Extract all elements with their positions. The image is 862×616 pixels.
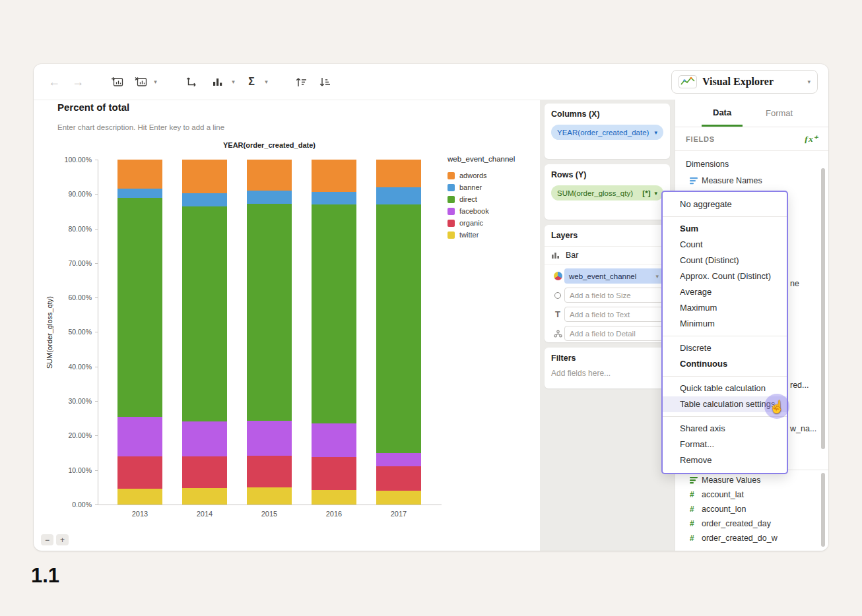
menu-item-discrete[interactable]: Discrete	[663, 340, 787, 356]
menu-item-average[interactable]: Average	[663, 284, 787, 300]
sort-descending-button[interactable]	[316, 64, 333, 100]
tab-format[interactable]: Format	[754, 100, 804, 127]
text-field-dropzone[interactable]: Add a field to Text	[564, 307, 663, 322]
segment-banner-2014[interactable]	[182, 193, 227, 206]
segment-banner-2016[interactable]	[312, 192, 356, 204]
y-tick-mark	[95, 435, 98, 436]
zoom-in-button[interactable]: +	[56, 534, 69, 545]
segment-adwords-2013[interactable]	[117, 160, 162, 189]
menu-item-format[interactable]: Format...	[663, 437, 787, 452]
field-item-measure-values[interactable]: Measure Values	[675, 473, 828, 487]
fields-scrollbar-thumb[interactable]	[821, 168, 825, 449]
chart-description-input[interactable]: Enter chart description. Hit Enter key t…	[57, 123, 224, 131]
tab-data[interactable]: Data	[702, 100, 743, 127]
menu-item-quick-table-calculation[interactable]: Quick table calculation	[663, 381, 787, 396]
aggregate-button[interactable]: Σ	[245, 64, 258, 100]
menu-item-count-distinct[interactable]: Count (Distinct)	[663, 253, 787, 268]
forward-button[interactable]: →	[71, 64, 85, 100]
mark-type-row[interactable]: Bar	[545, 246, 670, 264]
field-fragment[interactable]: red...	[790, 381, 809, 390]
segment-facebook-2013[interactable]	[117, 417, 162, 456]
aggregate-menu-button[interactable]: ▾	[261, 64, 270, 100]
menu-item-continuous[interactable]: Continuous	[663, 356, 787, 372]
field-item-account-lat[interactable]: #account_lat	[675, 487, 828, 502]
y-tick-mark	[95, 194, 98, 195]
histogram-button[interactable]	[211, 64, 225, 100]
segment-banner-2015[interactable]	[247, 191, 292, 204]
histogram-menu-button[interactable]: ▾	[228, 64, 237, 100]
menu-item-approx-count-distinct[interactable]: Approx. Count (Distinct)	[663, 268, 787, 284]
segment-twitter-2017[interactable]	[376, 491, 421, 505]
segment-organic-2015[interactable]	[247, 456, 292, 487]
segment-direct-2017[interactable]	[376, 204, 421, 453]
legend-item-twitter[interactable]: twitter	[448, 229, 553, 241]
size-field-dropzone[interactable]: Add a field to Size	[564, 288, 663, 303]
filters-dropzone[interactable]: Add fields here...	[551, 369, 663, 378]
columns-pill[interactable]: YEAR(order_created_date) ▾	[551, 125, 663, 140]
segment-organic-2014[interactable]	[182, 456, 227, 488]
segment-twitter-2016[interactable]	[312, 490, 356, 505]
menu-item-no-aggregate[interactable]: No aggregate	[663, 197, 787, 212]
segment-banner-2017[interactable]	[376, 187, 421, 204]
field-item-account-lon[interactable]: #account_lon	[675, 502, 828, 516]
segment-twitter-2013[interactable]	[117, 489, 162, 505]
measures-scrollbar-thumb[interactable]	[821, 473, 825, 547]
segment-twitter-2014[interactable]	[182, 488, 227, 505]
segment-direct-2013[interactable]	[117, 198, 162, 417]
app-title: Visual Explorer	[702, 76, 805, 88]
legend-item-facebook[interactable]: facebook	[448, 205, 553, 217]
segment-facebook-2014[interactable]	[182, 421, 227, 456]
sort-ascending-button[interactable]	[292, 64, 310, 100]
menu-item-remove[interactable]: Remove	[663, 452, 787, 468]
segment-direct-2014[interactable]	[182, 206, 227, 421]
swap-axes-button[interactable]	[183, 64, 199, 100]
segment-adwords-2014[interactable]	[182, 160, 227, 193]
field-fragment[interactable]: w_na...	[790, 424, 816, 433]
size-shelf-row: Add a field to Size	[551, 288, 663, 303]
field-item-order-created-day[interactable]: #order_created_day	[675, 516, 828, 531]
y-tick-label: 50.00%	[53, 328, 92, 336]
chart-menu-button[interactable]: ▾	[150, 64, 159, 100]
y-tick-label: 60.00%	[53, 293, 92, 301]
segment-facebook-2015[interactable]	[247, 421, 292, 456]
segment-adwords-2015[interactable]	[247, 160, 292, 191]
legend-swatch	[448, 172, 455, 179]
detail-field-dropzone[interactable]: Add a field to Detail	[564, 326, 663, 341]
segment-twitter-2015[interactable]	[247, 487, 292, 505]
visual-explorer-logo	[679, 75, 697, 88]
add-calculation-button[interactable]: ƒx⁺	[804, 133, 818, 144]
segment-direct-2015[interactable]	[247, 204, 292, 421]
legend-item-direct[interactable]: direct	[448, 193, 553, 205]
add-chart-button[interactable]	[109, 64, 125, 100]
segment-adwords-2017[interactable]	[376, 160, 421, 187]
segment-organic-2013[interactable]	[117, 456, 162, 489]
menu-item-maximum[interactable]: Maximum	[663, 300, 787, 316]
field-item-order-created-do-w[interactable]: #order_created_do_w	[675, 531, 828, 545]
segment-organic-2016[interactable]	[312, 457, 356, 490]
visual-explorer-switcher[interactable]: Visual Explorer ▾	[671, 70, 818, 94]
color-shelf-row: web_event_channel ▾	[551, 268, 663, 284]
menu-item-minimum[interactable]: Minimum	[663, 316, 787, 332]
menu-item-shared-axis[interactable]: Shared axis	[663, 421, 787, 437]
legend-item-banner[interactable]: banner	[448, 181, 553, 193]
segment-adwords-2016[interactable]	[312, 160, 356, 192]
legend-item-organic[interactable]: organic	[448, 217, 553, 229]
field-fragment[interactable]: ne	[790, 279, 799, 288]
segment-organic-2017[interactable]	[376, 466, 421, 491]
legend-item-adwords[interactable]: adwords	[448, 169, 553, 181]
measure-names-icon	[690, 177, 702, 185]
remove-chart-button[interactable]	[133, 64, 149, 100]
mouse-cursor: ☝	[764, 394, 789, 419]
field-item-measure-names[interactable]: Measure Names	[675, 173, 828, 189]
menu-item-count[interactable]: Count	[663, 237, 787, 253]
color-field-pill[interactable]: web_event_channel ▾	[564, 268, 663, 284]
hash-glyph: #	[690, 505, 694, 514]
segment-direct-2016[interactable]	[312, 204, 356, 423]
menu-item-sum[interactable]: Sum	[663, 221, 787, 237]
zoom-out-button[interactable]: −	[41, 534, 53, 545]
rows-pill[interactable]: SUM(order_gloss_qty) [*] ▾	[551, 185, 663, 200]
segment-facebook-2016[interactable]	[312, 423, 356, 457]
segment-facebook-2017[interactable]	[376, 453, 421, 466]
segment-banner-2013[interactable]	[117, 189, 162, 198]
back-button[interactable]: ←	[47, 64, 61, 100]
